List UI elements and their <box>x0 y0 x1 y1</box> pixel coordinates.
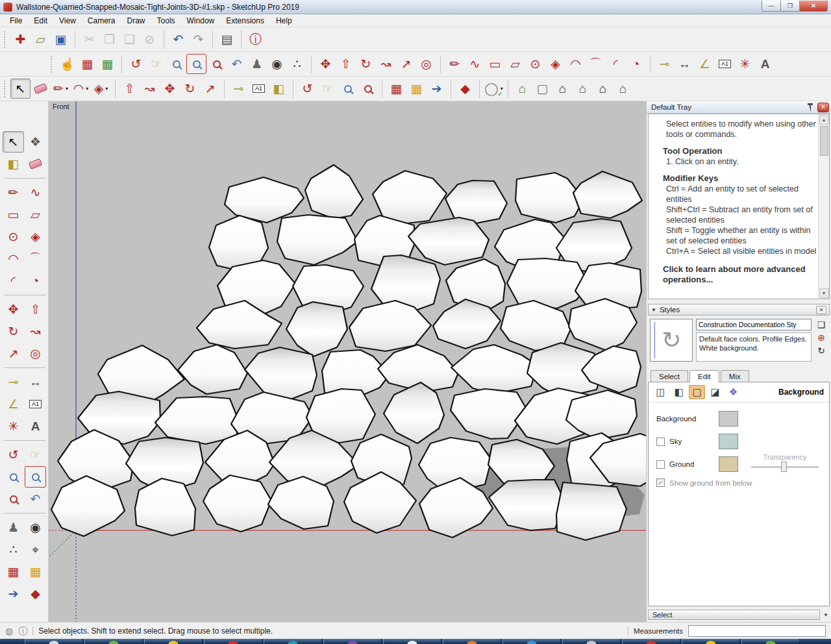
offset[interactable]: ◎ <box>25 343 46 364</box>
stone[interactable] <box>515 173 584 223</box>
follow-me[interactable]: ↝ <box>376 54 396 74</box>
watermark-settings[interactable]: ◪ <box>707 385 723 399</box>
line[interactable]: ✏ <box>3 182 24 203</box>
stone[interactable] <box>489 480 565 530</box>
stone[interactable] <box>573 171 642 218</box>
background-color-swatch[interactable] <box>719 411 738 427</box>
close-button[interactable]: ✕ <box>799 1 828 12</box>
polygon[interactable]: ◈ <box>545 54 565 74</box>
style-thumbnail[interactable]: ↻ <box>650 319 693 362</box>
styles-panel-header[interactable]: ▼ Styles ✕ <box>648 304 830 316</box>
sky-color-swatch[interactable] <box>719 434 738 449</box>
rotated-rectangle[interactable]: ▱ <box>505 54 525 74</box>
scale[interactable]: ↗ <box>3 343 24 364</box>
taskbar-button[interactable] <box>443 639 501 644</box>
zoom-extents[interactable] <box>3 488 24 510</box>
push-pull[interactable]: ⇧ <box>336 54 356 74</box>
look-around[interactable]: ◉ <box>267 54 287 74</box>
tray-close-button[interactable]: ✕ <box>817 103 829 112</box>
modeling-settings[interactable]: ❖ <box>725 385 741 399</box>
move[interactable]: ✥ <box>160 79 180 99</box>
follow-me[interactable]: ↝ <box>140 79 160 99</box>
stone[interactable] <box>569 299 637 351</box>
text[interactable]: A1 <box>25 393 46 415</box>
zoom-extents[interactable] <box>358 79 378 99</box>
pan[interactable]: ☞ <box>146 54 166 74</box>
make-component[interactable]: ❖ <box>25 131 46 153</box>
menu-extensions[interactable]: Extensions <box>220 15 270 27</box>
print[interactable]: ▤ <box>217 29 237 49</box>
two-point-arc[interactable]: ⌒ <box>25 248 46 269</box>
two-point-arc[interactable]: ⌒ <box>586 54 606 74</box>
eraser[interactable] <box>31 79 51 99</box>
freehand[interactable]: ∿ <box>25 182 46 203</box>
stone[interactable] <box>245 347 317 402</box>
move[interactable]: ✥ <box>316 54 336 74</box>
shapes-dropdown[interactable]: ▾ <box>105 86 108 92</box>
select[interactable]: ↖ <box>3 131 24 153</box>
toolbar-grip[interactable] <box>4 31 6 48</box>
view-iso[interactable]: ⌂ <box>512 79 532 99</box>
stone[interactable] <box>203 475 271 532</box>
tape-measure[interactable]: ⊸ <box>654 54 675 74</box>
secondary-pane[interactable]: ❏ <box>817 320 826 329</box>
taskbar-button[interactable] <box>84 639 143 644</box>
pan[interactable]: ☞ <box>25 444 46 465</box>
view-back[interactable]: ⌂ <box>573 79 593 99</box>
stone[interactable] <box>277 215 358 265</box>
stone[interactable] <box>451 345 538 394</box>
view-left[interactable]: ⌂ <box>593 79 613 99</box>
tab-mix[interactable]: Mix <box>721 370 749 382</box>
help-icon[interactable]: ⓘ <box>18 626 27 636</box>
pie[interactable]: ◔ <box>626 54 646 74</box>
minimize-button[interactable]: — <box>762 1 781 12</box>
rectangle[interactable]: ▭ <box>3 204 24 225</box>
ground-color-swatch[interactable] <box>719 456 738 472</box>
menu-view[interactable]: View <box>53 15 82 27</box>
walk[interactable]: ∴ <box>287 54 307 74</box>
rotated-rectangle[interactable]: ▱ <box>25 204 46 225</box>
style-name-input[interactable] <box>696 319 812 330</box>
stone[interactable] <box>556 482 626 540</box>
taskbar-button[interactable] <box>144 639 203 644</box>
scale[interactable]: ↗ <box>200 79 220 99</box>
redo[interactable]: ↷ <box>188 29 208 49</box>
taskbar-button[interactable] <box>502 639 561 644</box>
walk[interactable]: ∴ <box>3 539 24 560</box>
toolbar-grip[interactable] <box>4 80 6 97</box>
protractor[interactable]: ∠ <box>695 54 715 74</box>
stone[interactable] <box>373 171 447 223</box>
hand-tool[interactable]: ☝ <box>57 54 77 74</box>
push-pull[interactable]: ⇧ <box>25 299 46 320</box>
windows-taskbar[interactable] <box>0 639 831 644</box>
taskbar-button[interactable] <box>383 639 441 644</box>
stone[interactable] <box>135 478 195 536</box>
taskbar-button[interactable] <box>562 639 621 644</box>
taskbar-button[interactable] <box>622 639 680 644</box>
tab-select[interactable]: Select <box>651 370 688 382</box>
measurements-input[interactable] <box>688 625 826 637</box>
tab-edit[interactable]: Edit <box>689 370 719 382</box>
eraser[interactable] <box>25 153 46 175</box>
model-info[interactable]: ⓘ <box>245 29 266 49</box>
collapse-arrow-icon[interactable]: ▼ <box>651 307 656 313</box>
select[interactable]: ↖ <box>10 79 31 99</box>
protractor[interactable]: ∠ <box>3 393 24 415</box>
zoom-extents[interactable] <box>206 54 227 74</box>
pin-icon[interactable] <box>807 103 813 111</box>
view-top[interactable]: ▢ <box>532 79 552 99</box>
menu-tools[interactable]: Tools <box>151 15 181 27</box>
text[interactable]: A1 <box>715 54 735 74</box>
extension-warehouse[interactable]: ▦ <box>25 561 46 582</box>
arcs[interactable]: ◠▾ <box>71 79 91 99</box>
pie[interactable]: ◔ <box>25 270 46 291</box>
face-settings[interactable]: ◧ <box>671 385 687 399</box>
polygon[interactable]: ◈ <box>25 226 46 247</box>
pan[interactable]: ☞ <box>317 79 338 99</box>
taskbar-button[interactable] <box>264 639 322 644</box>
geolocation-icon[interactable]: ◍ <box>5 626 13 636</box>
shapes[interactable]: ◈▾ <box>91 79 111 99</box>
zoom-previous[interactable]: ↶ <box>25 488 46 510</box>
text[interactable]: A1 <box>249 79 269 99</box>
stone[interactable] <box>305 165 363 219</box>
